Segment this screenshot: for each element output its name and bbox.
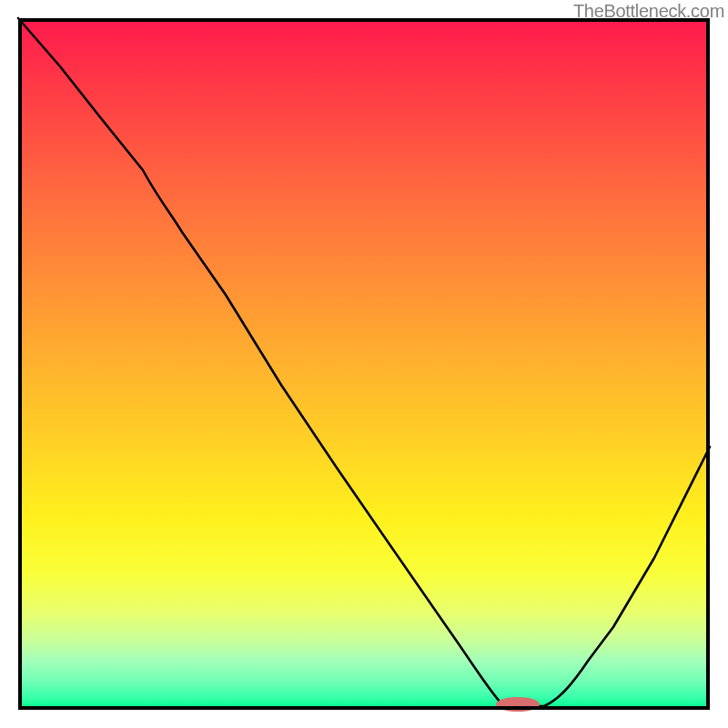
- chart-container: TheBottleneck.com: [0, 0, 728, 728]
- optimum-marker: [496, 697, 540, 712]
- bottleneck-curve: [18, 18, 710, 706]
- curve-layer: [18, 18, 710, 710]
- watermark-label: TheBottleneck.com: [573, 1, 724, 22]
